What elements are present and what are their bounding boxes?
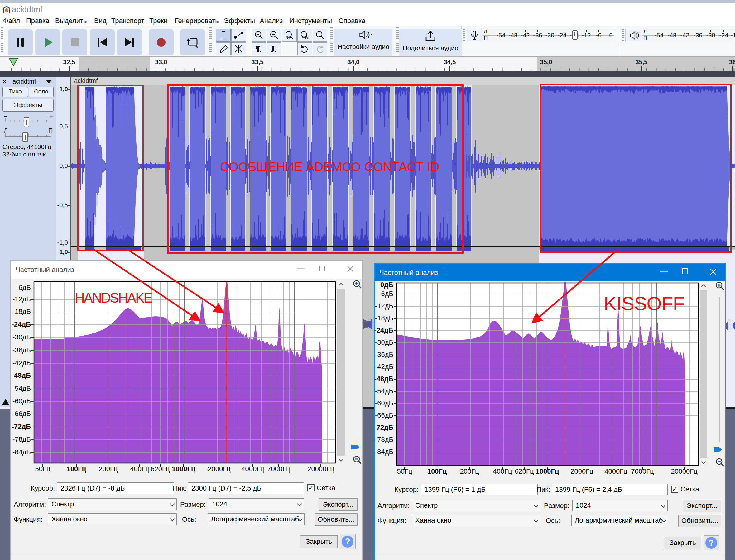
svg-text:aciddtmf: aciddtmf: [74, 77, 98, 84]
